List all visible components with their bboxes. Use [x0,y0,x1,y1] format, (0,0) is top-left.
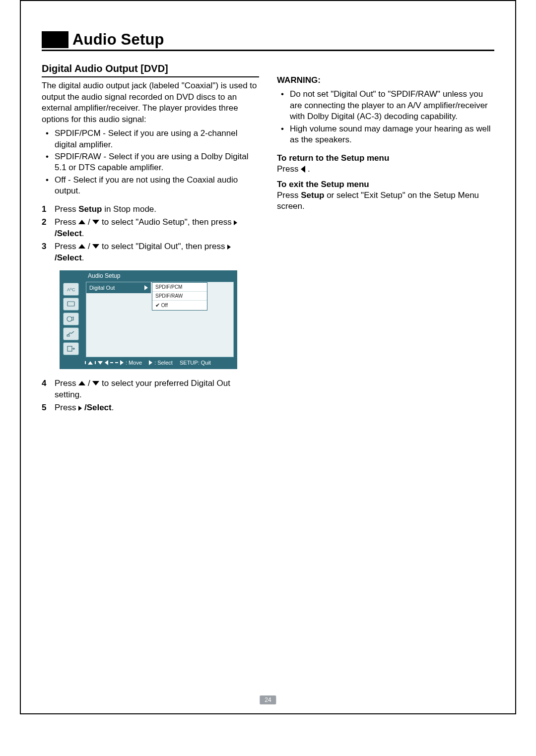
osd-selected-item: Digital Out [86,282,151,293]
down-icon [92,244,99,249]
osd-body: AᴮC Digital Out [60,282,237,357]
osd-tab-screen-icon [63,298,79,311]
svg-rect-3 [67,335,69,336]
right-icon [78,406,82,411]
step-item: 3 Press / to select "Digital Out", then … [42,241,259,263]
exit-body: Press Setup or select "Exit Setup" on th… [277,190,494,212]
step-item: 1 Press Setup in Stop mode. [42,204,259,215]
exit-heading: To exit the Setup menu [277,179,494,190]
osd-tab-audio-icon [63,313,79,325]
svg-rect-1 [67,302,74,306]
check-icon: ✔ [155,302,160,308]
step-item: 5 Press /Select. [42,402,259,413]
options-list: SPDIF/PCM - Select if you are using a 2-… [42,128,259,197]
down-icon [98,361,103,365]
osd-tab-exit-icon [63,342,79,355]
osd-screenshot: Audio Setup AᴮC Digital Out [60,270,237,369]
warning-item: Do not set "Digital Out" to "SPDIF/RAW" … [279,89,494,122]
svg-point-2 [67,316,72,321]
right-icon [149,360,152,365]
svg-text:AᴮC: AᴮC [67,287,75,292]
up-icon [78,381,85,385]
right-icon [144,285,148,290]
steps-list-2: 4 Press / to select your preferred Digit… [42,378,259,413]
down-icon [92,220,99,224]
svg-rect-4 [67,346,72,351]
osd-popup: SPDIF/PCM SPDIF/RAW ✔ Off [152,282,207,311]
page-title: Audio Setup [72,31,164,49]
steps-list-1: 1 Press Setup in Stop mode. 2 Press / to… [42,204,259,263]
right-icon [120,360,124,365]
page-frame: Audio Setup Digital Audio Output [DVD] T… [20,0,516,714]
step-item: 4 Press / to select your preferred Digit… [42,378,259,400]
up-icon [78,220,85,224]
option-item: SPDIF/PCM - Select if you are using a 2-… [44,128,259,150]
right-icon [234,220,237,225]
osd-tab-custom-icon [63,327,79,340]
osd-footer: : Move : Select SETUP: Quit [60,357,237,369]
option-item: Off - Select if you are not using the Co… [44,175,259,197]
osd-icon-rail: AᴮC [60,282,85,357]
osd-title: Audio Setup [60,271,237,282]
warning-list: Do not set "Digital Out" to "SPDIF/RAW" … [277,89,494,145]
right-icon [227,245,231,250]
osd-popup-item: ✔ Off [152,301,207,310]
up-icon [78,244,85,249]
down-icon [92,381,99,385]
step-item: 2 Press / to select "Audio Setup", then … [42,217,259,239]
right-column: WARNING: Do not set "Digital Out" to "SP… [277,62,494,420]
left-icon [105,360,108,365]
left-icon [301,166,305,173]
return-heading: To return to the Setup menu [277,153,494,164]
content-columns: Digital Audio Output [DVD] The digital a… [42,62,494,420]
section-heading: Digital Audio Output [DVD] [42,62,259,77]
option-item: SPDIF/RAW - Select if you are using a Do… [44,151,259,174]
up-icon [88,361,93,365]
osd-tab-language-icon: AᴮC [63,283,79,296]
warning-label: WARNING: [277,75,494,86]
osd-popup-item: SPDIF/PCM [152,283,207,292]
warning-item: High volume sound may damage your hearin… [279,124,494,146]
osd-popup-item: SPDIF/RAW [152,292,207,301]
intro-paragraph: The digital audio output jack (labeled "… [42,80,259,125]
osd-main-panel: Digital Out SPDIF/PCM SPDIF/RAW ✔ Off [86,282,234,357]
title-row: Audio Setup [42,31,494,51]
return-body: Press . [277,164,494,175]
left-column: Digital Audio Output [DVD] The digital a… [42,62,259,420]
page-number: 24 [260,695,276,704]
title-block-ornament [42,31,68,48]
